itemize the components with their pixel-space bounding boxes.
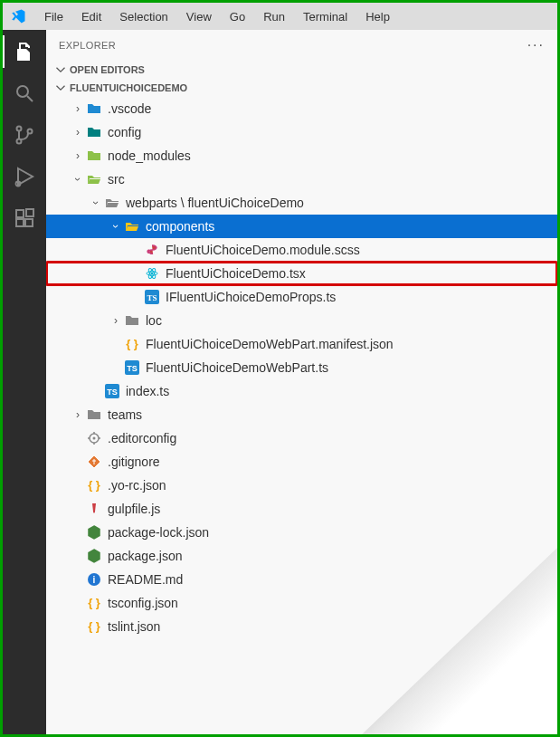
file-editorconfig[interactable]: › .editorconfig xyxy=(46,426,557,450)
svg-line-1 xyxy=(27,96,33,101)
svg-text:TS: TS xyxy=(147,293,157,302)
folder-open-icon xyxy=(124,218,140,234)
tree-label: .yo-rc.json xyxy=(108,478,166,493)
sass-icon xyxy=(144,242,160,258)
typescript-icon: TS xyxy=(104,383,120,399)
file-package-lock[interactable]: › package-lock.json xyxy=(46,521,557,544)
svg-point-0 xyxy=(17,86,28,97)
file-gitignore[interactable]: › .gitignore xyxy=(46,450,557,474)
git-icon xyxy=(86,454,102,470)
file-scss[interactable]: › FluentUiChoiceDemo.module.scss xyxy=(46,238,557,262)
gulp-icon xyxy=(86,501,102,517)
menu-run[interactable]: Run xyxy=(256,6,292,27)
tree-label: FluentUiChoiceDemoWebPart.ts xyxy=(146,360,328,375)
chevron-right-icon: › xyxy=(109,314,122,327)
svg-text:{ }: { } xyxy=(88,596,100,609)
chevron-down-icon: › xyxy=(71,173,84,186)
svg-point-4 xyxy=(28,129,33,134)
file-tree: › .vscode › config › node_modules › xyxy=(46,97,557,638)
folder-icon xyxy=(86,407,102,423)
svg-rect-9 xyxy=(26,209,33,216)
tree-label: FluentUiChoiceDemo.module.scss xyxy=(166,243,360,257)
folder-loc[interactable]: › loc xyxy=(46,309,557,332)
tree-label: src xyxy=(108,172,125,187)
open-editors-header[interactable]: OPEN EDITORS xyxy=(46,61,557,79)
debug-icon[interactable] xyxy=(14,166,35,187)
svg-text:{ }: { } xyxy=(126,337,138,350)
svg-point-22 xyxy=(93,437,96,440)
tree-label: webparts \ fluentUiChoiceDemo xyxy=(126,196,304,210)
tree-label: tsconfig.json xyxy=(108,596,178,610)
folder-icon xyxy=(86,148,102,164)
folder-config[interactable]: › config xyxy=(46,120,557,144)
explorer-icon[interactable] xyxy=(14,41,35,62)
svg-text:{ }: { } xyxy=(88,619,100,633)
file-webpart-ts[interactable]: › TS FluentUiChoiceDemoWebPart.ts xyxy=(46,356,557,379)
tree-label: package-lock.json xyxy=(108,525,209,540)
svg-text:TS: TS xyxy=(107,388,118,397)
svg-rect-7 xyxy=(16,219,24,226)
nodejs-icon xyxy=(86,548,102,564)
folder-icon xyxy=(86,100,102,117)
file-index-ts[interactable]: › TS index.ts xyxy=(46,379,557,403)
tree-label: components xyxy=(146,219,214,234)
more-actions-icon[interactable]: ··· xyxy=(527,37,545,53)
explorer-title: EXPLORER xyxy=(59,40,116,51)
menu-go[interactable]: Go xyxy=(223,6,252,27)
tree-label: FluentUiChoiceDemoWebPart.manifest.json xyxy=(146,337,394,351)
file-tsx-highlighted[interactable]: › FluentUiChoiceDemo.tsx xyxy=(46,262,557,285)
svg-text:i: i xyxy=(93,575,96,585)
json-icon: { } xyxy=(86,618,102,635)
info-icon: i xyxy=(86,571,102,588)
folder-node-modules[interactable]: › node_modules xyxy=(46,144,557,168)
tree-label: .editorconfig xyxy=(108,431,176,445)
project-header[interactable]: FLUENTUICHOICEDEMO xyxy=(46,79,557,97)
file-readme[interactable]: › i README.md xyxy=(46,568,557,591)
folder-src[interactable]: › src xyxy=(46,168,557,191)
chevron-down-icon: › xyxy=(109,220,122,233)
extensions-icon[interactable] xyxy=(14,207,35,229)
file-yorc-json[interactable]: › { } .yo-rc.json xyxy=(46,474,557,497)
source-control-icon[interactable] xyxy=(14,124,35,146)
chevron-down-icon: › xyxy=(90,196,102,209)
vscode-logo-icon xyxy=(10,8,26,24)
folder-vscode[interactable]: › .vscode xyxy=(46,97,557,120)
file-gulpfile[interactable]: › gulpfile.js xyxy=(46,497,557,521)
folder-icon xyxy=(124,312,140,329)
chevron-right-icon: › xyxy=(71,126,84,139)
menu-selection[interactable]: Selection xyxy=(112,6,175,27)
folder-webparts[interactable]: › webparts \ fluentUiChoiceDemo xyxy=(46,191,557,215)
json-icon: { } xyxy=(124,336,140,352)
chevron-right-icon: › xyxy=(71,149,84,162)
search-icon[interactable] xyxy=(14,82,35,104)
project-label: FLUENTUICHOICEDEMO xyxy=(70,82,187,93)
svg-point-10 xyxy=(151,273,154,275)
menu-edit[interactable]: Edit xyxy=(74,6,109,27)
menu-view[interactable]: View xyxy=(179,6,219,27)
svg-text:{ }: { } xyxy=(88,478,100,492)
tree-label: index.ts xyxy=(126,384,169,398)
tree-label: package.json xyxy=(108,549,183,563)
tree-label: config xyxy=(108,125,141,139)
folder-teams[interactable]: › teams xyxy=(46,403,557,426)
file-package-json[interactable]: › package.json xyxy=(46,544,557,568)
tree-label: IFluentUiChoiceDemoProps.ts xyxy=(166,290,336,304)
file-tsconfig[interactable]: › { } tsconfig.json xyxy=(46,591,557,615)
editorconfig-icon xyxy=(86,430,102,446)
svg-rect-6 xyxy=(16,210,24,217)
tree-label: gulpfile.js xyxy=(108,502,160,516)
svg-rect-8 xyxy=(25,219,33,226)
file-props-ts[interactable]: › TS IFluentUiChoiceDemoProps.ts xyxy=(46,285,557,309)
tree-label: .vscode xyxy=(108,101,151,116)
explorer-panel: EXPLORER ··· OPEN EDITORS FLUENTUICHOICE… xyxy=(46,30,557,734)
folder-components[interactable]: › components xyxy=(46,215,557,238)
menu-help[interactable]: Help xyxy=(358,6,397,27)
menu-terminal[interactable]: Terminal xyxy=(296,6,355,27)
file-manifest-json[interactable]: › { } FluentUiChoiceDemoWebPart.manifest… xyxy=(46,332,557,356)
tree-label: README.md xyxy=(108,572,183,587)
folder-open-icon xyxy=(104,195,120,211)
menu-file[interactable]: File xyxy=(37,6,71,27)
json-icon: { } xyxy=(86,477,102,493)
typescript-icon: TS xyxy=(124,359,140,376)
json-icon: { } xyxy=(86,595,102,611)
